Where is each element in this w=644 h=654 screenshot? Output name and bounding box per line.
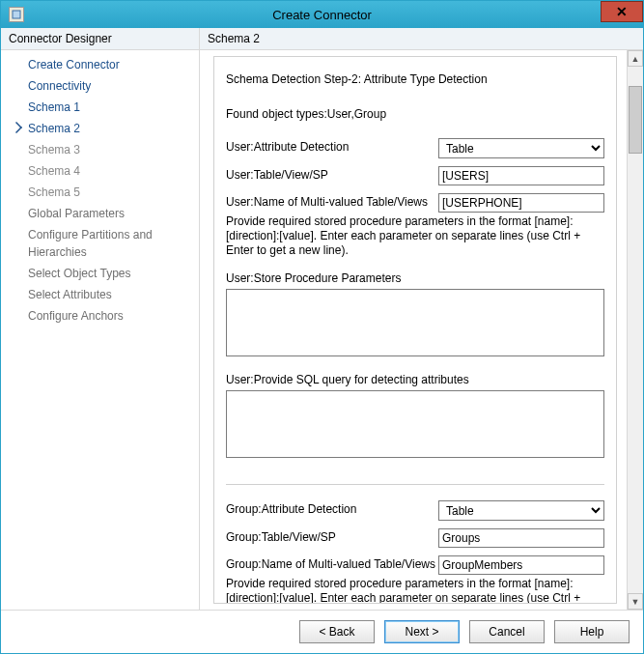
group-table-input[interactable] — [438, 528, 604, 548]
window-title: Create Connector — [1, 8, 643, 22]
scroll-down-button[interactable]: ▼ — [628, 593, 643, 610]
found-object-types: Found object types:User,Group — [226, 107, 604, 121]
sidebar-item-schema-3[interactable]: Schema 3 — [1, 139, 199, 160]
sidebar-item-configure-anchors[interactable]: Configure Anchors — [1, 305, 199, 327]
help-button[interactable]: Help — [554, 620, 630, 643]
group-attr-detection-select[interactable]: Table — [438, 500, 604, 521]
titlebar: Create Connector ✕ — [1, 1, 643, 28]
sidebar-item-label: Select Attributes — [28, 288, 112, 301]
sidebar-item-connectivity[interactable]: Connectivity — [1, 75, 199, 97]
step-title: Schema Detection Step-2: Attribute Type … — [226, 72, 604, 86]
sidebar-item-schema-5[interactable]: Schema 5 — [1, 182, 199, 203]
scroll-up-button[interactable]: ▲ — [628, 50, 643, 67]
close-button[interactable]: ✕ — [601, 1, 643, 22]
sidebar-item-label: Schema 1 — [28, 100, 80, 114]
user-table-input[interactable] — [438, 166, 604, 185]
row-group-attr-detection: Group:Attribute Detection Table — [226, 500, 604, 521]
sidebar-item-label: Global Parameters — [28, 207, 125, 220]
sidebar: Create Connector Connectivity Schema 1 S… — [1, 50, 200, 610]
sidebar-item-label: Schema 5 — [28, 185, 80, 199]
row-user-multi: User:Name of Multi-valued Table/Views — [226, 193, 604, 213]
content: Schema Detection Step-2: Attribute Type … — [200, 50, 627, 610]
sidebar-item-label: Configure Anchors — [28, 309, 124, 323]
label-user-sql: User:Provide SQL query for detecting att… — [226, 373, 604, 386]
label-user-sp: User:Store Procedure Parameters — [226, 271, 604, 285]
sidebar-item-schema-4[interactable]: Schema 4 — [1, 160, 199, 182]
user-multi-input[interactable] — [438, 193, 604, 213]
sidebar-item-schema-2[interactable]: Schema 2 — [1, 118, 199, 139]
row-group-multi: Group:Name of Multi-valued Table/Views — [226, 555, 604, 575]
group-multi-input[interactable] — [438, 555, 604, 575]
user-sql-textarea[interactable] — [226, 390, 604, 458]
chevron-down-icon: ▼ — [631, 597, 640, 607]
row-user-attr-detection: User:Attribute Detection Table — [226, 138, 604, 158]
column-headers: Connector Designer Schema 2 — [1, 28, 643, 50]
body: Create Connector Connectivity Schema 1 S… — [1, 50, 643, 610]
user-attr-detection-select[interactable]: Table — [438, 138, 604, 158]
sidebar-item-label: Connectivity — [28, 79, 91, 93]
label-group-table: Group:Table/View/SP — [226, 528, 438, 544]
sidebar-item-create-connector[interactable]: Create Connector — [1, 54, 199, 75]
sidebar-header: Connector Designer — [1, 28, 200, 49]
form-panel: Schema Detection Step-2: Attribute Type … — [213, 56, 617, 604]
label-user-multi: User:Name of Multi-valued Table/Views — [226, 193, 438, 209]
sidebar-item-select-object-types[interactable]: Select Object Types — [1, 263, 199, 284]
sidebar-item-global-parameters[interactable]: Global Parameters — [1, 203, 199, 224]
create-connector-window: Create Connector ✕ Connector Designer Sc… — [0, 0, 644, 654]
cancel-button[interactable]: Cancel — [469, 620, 545, 643]
sidebar-item-label: Configure Partitions and Hierarchies — [28, 228, 153, 259]
sidebar-item-label: Schema 2 — [28, 122, 80, 135]
sidebar-item-label: Select Object Types — [28, 267, 131, 280]
label-group-multi: Group:Name of Multi-valued Table/Views — [226, 555, 438, 571]
row-user-table: User:Table/View/SP — [226, 166, 604, 185]
sidebar-item-select-attributes[interactable]: Select Attributes — [1, 284, 199, 305]
content-wrap: Schema Detection Step-2: Attribute Type … — [200, 50, 643, 610]
sidebar-item-label: Schema 4 — [28, 164, 80, 178]
user-sp-hint: Provide required stored procedure parame… — [226, 214, 604, 258]
footer: < Back Next > Cancel Help — [1, 610, 643, 653]
label-user-attr-detection: User:Attribute Detection — [226, 138, 438, 154]
label-group-attr-detection: Group:Attribute Detection — [226, 500, 438, 516]
user-sp-textarea[interactable] — [226, 289, 604, 356]
next-button[interactable]: Next > — [384, 620, 460, 643]
sidebar-item-label: Schema 3 — [28, 143, 80, 156]
sidebar-item-partitions[interactable]: Configure Partitions and Hierarchies — [1, 224, 199, 263]
scroll-thumb[interactable] — [629, 86, 642, 154]
label-user-table: User:Table/View/SP — [226, 166, 438, 182]
sidebar-item-schema-1[interactable]: Schema 1 — [1, 97, 199, 118]
row-group-table: Group:Table/View/SP — [226, 528, 604, 548]
back-button[interactable]: < Back — [299, 620, 375, 643]
scroll-track[interactable] — [628, 67, 643, 593]
section-divider — [226, 484, 604, 485]
close-icon: ✕ — [616, 4, 628, 19]
vertical-scrollbar[interactable]: ▲ ▼ — [627, 50, 643, 610]
sidebar-item-label: Create Connector — [28, 58, 120, 71]
group-sp-hint: Provide required stored procedure parame… — [226, 577, 604, 604]
chevron-up-icon: ▲ — [631, 54, 640, 64]
content-header: Schema 2 — [200, 28, 643, 49]
